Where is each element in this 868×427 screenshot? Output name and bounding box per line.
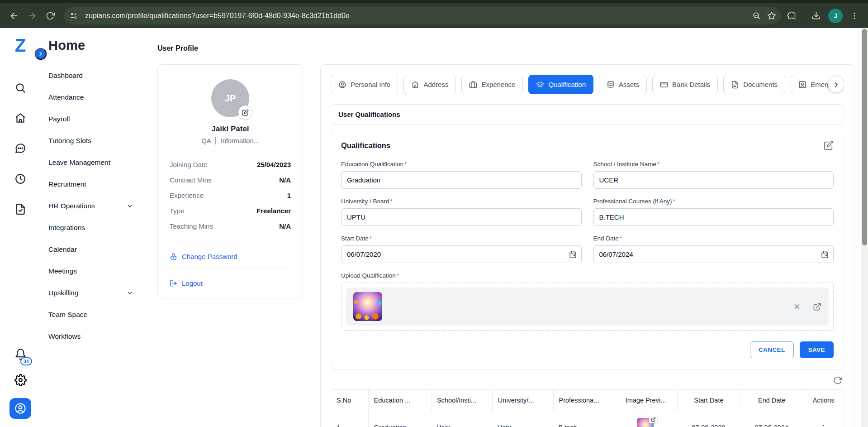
bookmark-star-icon[interactable] bbox=[767, 11, 776, 20]
education-qualification-input[interactable] bbox=[341, 171, 582, 189]
cancel-button[interactable]: CANCEL bbox=[750, 341, 794, 358]
edit-qualifications-icon[interactable] bbox=[824, 140, 834, 152]
tab-personal-info[interactable]: Personal Info bbox=[331, 75, 398, 94]
change-password-link[interactable]: Change Password bbox=[170, 246, 291, 267]
sidebar-item-payroll[interactable]: Payroll bbox=[48, 108, 136, 130]
start-date-input[interactable] bbox=[341, 245, 582, 263]
sidebar-item-workflows[interactable]: Workflows bbox=[48, 326, 136, 347]
professional-courses-input[interactable] bbox=[593, 208, 834, 226]
reload-icon[interactable] bbox=[43, 8, 58, 24]
browser-profile-avatar[interactable]: J bbox=[828, 9, 843, 23]
notification-count-badge: 34 bbox=[20, 357, 32, 365]
field-university-board: University / Board* bbox=[341, 198, 582, 226]
browser-menu-icon[interactable] bbox=[850, 11, 859, 20]
extensions-icon[interactable] bbox=[787, 11, 797, 20]
detail-row-teaching-mins: Teaching Mins N/A bbox=[170, 218, 291, 234]
upload-dropzone[interactable] bbox=[341, 283, 834, 331]
search-icon[interactable] bbox=[14, 82, 26, 94]
tab-address[interactable]: Address bbox=[403, 75, 456, 94]
sidebar-item-team-space[interactable]: Team Space bbox=[48, 304, 136, 326]
menu-title: Home bbox=[48, 38, 136, 53]
main-content: User Profile JP Jaiki Patel QA Informat bbox=[141, 28, 868, 427]
sidebar-item-meetings[interactable]: Meetings bbox=[48, 260, 136, 282]
col-education: Education ... bbox=[368, 390, 431, 411]
graduation-cap-icon bbox=[536, 81, 544, 89]
open-file-icon[interactable] bbox=[813, 302, 821, 311]
col-professional: Professiona... bbox=[553, 390, 614, 411]
school-institute-input[interactable] bbox=[593, 171, 834, 189]
url-text[interactable]: zupians.com/profile/qualifications?user=… bbox=[85, 12, 749, 20]
open-image-icon[interactable] bbox=[649, 415, 657, 423]
logout-link[interactable]: Logout bbox=[170, 273, 291, 293]
tabs-scroll-right-button[interactable] bbox=[828, 77, 844, 92]
briefcase-icon bbox=[469, 81, 477, 89]
tab-experience[interactable]: Experience bbox=[461, 75, 523, 94]
chevron-down-icon bbox=[126, 202, 133, 210]
chevron-down-icon bbox=[126, 289, 133, 297]
sidebar-item-calendar[interactable]: Calendar bbox=[48, 239, 136, 260]
home-icon[interactable] bbox=[14, 112, 26, 124]
table-header-row: S.No Education ... School/Insti... Unive… bbox=[331, 390, 844, 411]
sidebar-item-hr-operations[interactable]: HR Operations bbox=[48, 195, 136, 217]
field-upload-qualification: Upload Qualification* bbox=[341, 272, 834, 331]
sidebar-item-dashboard[interactable]: Dashboard bbox=[48, 65, 136, 86]
col-actions: Actions bbox=[803, 390, 844, 411]
notifications-bell-icon[interactable]: 34 bbox=[14, 348, 27, 362]
download-icon[interactable] bbox=[811, 11, 821, 20]
qualifications-title: Qualifications bbox=[341, 141, 834, 150]
zoom-page-icon[interactable] bbox=[752, 11, 761, 20]
detail-row-experience: Experience 1 bbox=[170, 187, 291, 203]
sidebar-item-attendance[interactable]: Attendance bbox=[48, 86, 136, 108]
tab-bank-details[interactable]: Bank Details bbox=[652, 75, 718, 94]
role-divider bbox=[215, 137, 216, 144]
qualification-panel: Personal Info Address Experience Qualifi… bbox=[320, 64, 854, 427]
app-logo[interactable]: Z bbox=[15, 36, 26, 54]
sidebar-item-integrations[interactable]: Integrations bbox=[48, 217, 136, 239]
qualifications-form-card: Qualifications Education Qualification* … bbox=[331, 132, 844, 369]
end-date-input[interactable] bbox=[593, 245, 834, 263]
user-role: QA bbox=[201, 137, 211, 144]
clock-icon[interactable] bbox=[14, 173, 26, 185]
chat-icon[interactable] bbox=[14, 143, 26, 154]
sidebar-item-tutoring-slots[interactable]: Tutoring Slots bbox=[48, 130, 136, 152]
sidebar-item-upskilling[interactable]: Upskilling bbox=[48, 282, 136, 304]
tab-documents[interactable]: Documents bbox=[723, 75, 785, 94]
sidebar-item-recruitment[interactable]: Recruitment bbox=[48, 173, 136, 195]
col-image-preview: Image Previ... bbox=[614, 390, 677, 411]
site-settings-icon[interactable] bbox=[67, 9, 81, 23]
page-scrollbar[interactable] bbox=[861, 28, 868, 427]
settings-gear-icon[interactable] bbox=[14, 374, 27, 386]
sidebar-item-leave-management[interactable]: Leave Management bbox=[48, 152, 136, 173]
row-image-preview[interactable] bbox=[637, 418, 654, 427]
profile-tabs: Personal Info Address Experience Qualifi… bbox=[331, 75, 844, 94]
my-profile-button[interactable] bbox=[9, 398, 31, 419]
forward-icon[interactable] bbox=[24, 8, 40, 24]
rail-divider bbox=[9, 60, 31, 60]
database-icon bbox=[607, 81, 615, 89]
tasks-icon[interactable] bbox=[14, 203, 26, 215]
document-icon bbox=[731, 81, 739, 89]
col-school: School/Insti... bbox=[431, 390, 492, 411]
app-window: Z 34 bbox=[0, 28, 868, 427]
remove-file-icon[interactable] bbox=[793, 302, 801, 311]
uploaded-qualification-image[interactable] bbox=[353, 292, 382, 321]
user-qualifications-header: User Qualifications bbox=[331, 104, 844, 125]
scrollbar-thumb[interactable] bbox=[862, 29, 867, 245]
browser-chrome: zupians.com/profile/qualifications?user=… bbox=[0, 0, 868, 28]
refresh-table-icon[interactable] bbox=[833, 376, 842, 385]
col-university: University/... bbox=[492, 390, 553, 411]
address-bar[interactable]: zupians.com/profile/qualifications?user=… bbox=[64, 7, 781, 24]
col-end-date: End Date bbox=[740, 390, 803, 411]
avatar-edit-icon[interactable] bbox=[238, 106, 252, 119]
save-button[interactable]: SAVE bbox=[800, 341, 834, 358]
university-board-input[interactable] bbox=[341, 208, 582, 226]
tab-qualification[interactable]: Qualification bbox=[528, 75, 593, 94]
col-start-date: Start Date bbox=[677, 390, 740, 411]
detail-row-contract-mins: Contract Mins N/A bbox=[170, 172, 291, 187]
field-education-qualification: Education Qualification* bbox=[341, 161, 582, 189]
sidebar-collapse-toggle[interactable] bbox=[35, 48, 47, 60]
user-name: Jaiki Patel bbox=[170, 125, 291, 134]
tab-assets[interactable]: Assets bbox=[599, 75, 647, 94]
back-icon[interactable] bbox=[6, 8, 22, 24]
row-actions-menu-icon[interactable] bbox=[820, 423, 828, 427]
